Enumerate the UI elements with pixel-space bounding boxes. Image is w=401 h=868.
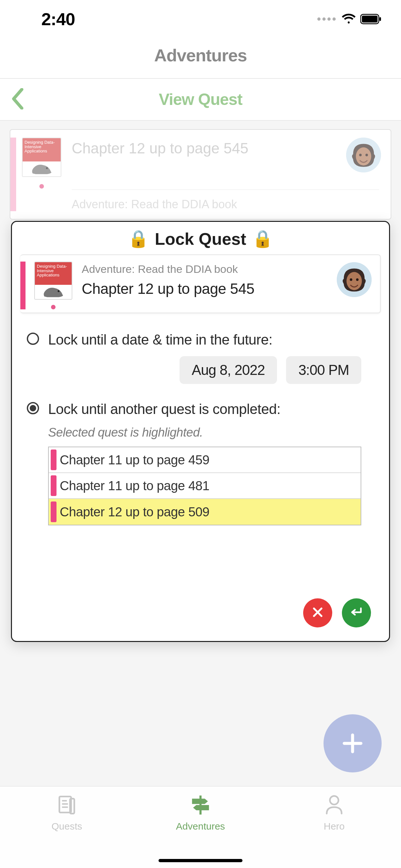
confirm-button[interactable]: [342, 598, 371, 627]
quest-separator: [72, 189, 379, 190]
quest-list-item[interactable]: Chapter 11 up to page 481: [49, 473, 361, 499]
radio-unchecked-icon[interactable]: [27, 333, 39, 345]
app-title: Adventures: [0, 35, 401, 78]
back-icon[interactable]: [11, 88, 24, 111]
person-icon: [325, 795, 344, 817]
tab-bar: Quests Adventures Hero: [0, 786, 401, 868]
quest-card-background: Designing Data-Intensive Applications Ch…: [10, 129, 391, 220]
dot-indicator: [51, 305, 56, 309]
modal-title-text: Lock Quest: [155, 229, 246, 249]
wifi-icon: [342, 13, 356, 25]
radio-checked-icon[interactable]: [27, 402, 39, 414]
cellular-dots-icon: ••••: [317, 12, 337, 26]
dot-indicator: [39, 184, 44, 189]
thumb-label: Designing Data-Intensive Applications: [23, 138, 61, 161]
tab-adventures[interactable]: Adventures: [134, 795, 267, 868]
signpost-icon: [189, 795, 212, 817]
item-accent: [51, 501, 57, 522]
document-icon: [56, 795, 78, 817]
modal-card-accent: [20, 261, 26, 309]
cancel-button[interactable]: [303, 598, 332, 627]
thumb-label: Designing Data-Intensive Applications: [35, 262, 72, 285]
date-picker-button[interactable]: Aug 8, 2022: [180, 356, 277, 384]
modal-card-title: Chapter 12 up to page 545: [82, 280, 372, 298]
modal-quest-card: Designing Data-Intensive Applications Ad…: [20, 254, 381, 313]
view-quest-header: View Quest: [0, 79, 401, 121]
svg-point-7: [366, 154, 368, 156]
quest-select-list: Chapter 11 up to page 459 Chapter 11 up …: [48, 446, 361, 525]
tab-hero[interactable]: Hero: [267, 795, 401, 868]
svg-point-19: [330, 796, 338, 804]
page-title: View Quest: [159, 90, 243, 109]
thumb-graphic: [23, 161, 61, 176]
fab-add-button[interactable]: [323, 714, 382, 772]
lock-icon: 🔒: [128, 229, 149, 249]
svg-point-3: [46, 167, 48, 169]
avatar: [337, 262, 372, 297]
svg-rect-14: [70, 799, 74, 813]
svg-point-11: [350, 278, 352, 281]
item-label: Chapter 11 up to page 481: [60, 478, 209, 493]
home-indicator: [158, 859, 243, 862]
item-label: Chapter 11 up to page 459: [60, 453, 209, 467]
tab-quests[interactable]: Quests: [0, 795, 134, 868]
item-accent: [51, 475, 57, 496]
tab-quests-label: Quests: [51, 821, 82, 832]
avatar: [346, 137, 381, 173]
quest-subtitle-bg: Adventure: Read the DDIA book: [72, 197, 379, 211]
item-accent: [51, 450, 57, 470]
close-icon: [311, 606, 324, 620]
quest-thumb-col: Designing Data-Intensive Applications: [16, 137, 61, 211]
svg-rect-1: [362, 16, 378, 22]
tab-hero-label: Hero: [323, 821, 344, 832]
quest-list-item[interactable]: Chapter 11 up to page 459: [49, 447, 361, 473]
modal-title-row: 🔒 Lock Quest 🔒: [20, 229, 381, 249]
status-time: 2:40: [41, 9, 75, 29]
option-lock-until-quest[interactable]: Lock until another quest is completed:: [27, 400, 374, 418]
option-lock-until-date[interactable]: Lock until a date & time in the future:: [27, 331, 374, 348]
battery-icon: [360, 14, 382, 24]
status-right: ••••: [317, 12, 382, 26]
quest-title-bg: Chapter 12 up to page 545: [72, 140, 379, 157]
lock-quest-modal: 🔒 Lock Quest 🔒 Designing Data-Intensive …: [11, 221, 390, 642]
lock-icon: 🔒: [252, 229, 273, 249]
option-quest-hint: Selected quest is highlighted.: [48, 426, 374, 439]
status-bar: 2:40 ••••: [0, 0, 401, 35]
enter-arrow-icon: [349, 606, 364, 620]
thumb-graphic: [35, 285, 72, 299]
svg-point-6: [359, 154, 362, 156]
book-thumb-icon: Designing Data-Intensive Applications: [22, 137, 61, 177]
time-picker-button[interactable]: 3:00 PM: [286, 356, 361, 384]
quest-list-item-selected[interactable]: Chapter 12 up to page 509: [49, 499, 361, 525]
option-date-label: Lock until a date & time in the future:: [48, 331, 273, 348]
tab-adventures-label: Adventures: [176, 821, 225, 832]
option-quest-label: Lock until another quest is completed:: [48, 400, 281, 418]
book-thumb-icon: Designing Data-Intensive Applications: [34, 261, 72, 300]
svg-rect-2: [379, 17, 381, 21]
item-label: Chapter 12 up to page 509: [60, 505, 209, 519]
quest-card-accent: [10, 137, 16, 211]
svg-point-12: [356, 278, 359, 281]
svg-point-8: [58, 290, 60, 292]
modal-card-subtitle: Adventure: Read the DDIA book: [82, 263, 372, 275]
